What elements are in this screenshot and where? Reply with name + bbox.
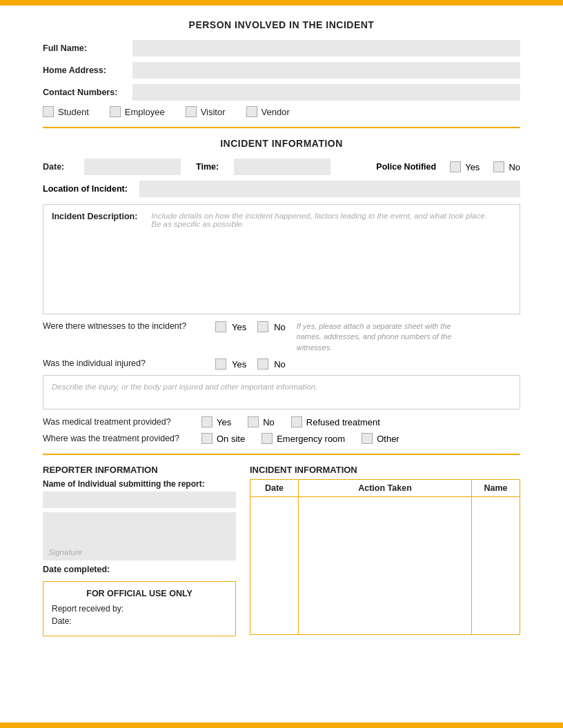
- medical-yes-group: Yes: [201, 416, 231, 427]
- location-input[interactable]: [139, 181, 520, 197]
- refused-checkbox[interactable]: [291, 416, 302, 427]
- police-yes-group: Yes: [450, 161, 480, 172]
- location-label: Location of Incident:: [43, 184, 139, 194]
- contact-label: Contact Numbers:: [43, 88, 132, 97]
- medical-row: Was medical treatment provided? Yes No R…: [43, 416, 520, 427]
- police-yes-label: Yes: [465, 162, 480, 172]
- witnesses-row: Were there witnesses to the incident? Ye…: [43, 321, 520, 353]
- section-divider-1: [43, 127, 520, 128]
- medical-yes-checkbox[interactable]: [201, 416, 213, 427]
- other-label: Other: [377, 434, 399, 444]
- action-taken-cell[interactable]: [299, 497, 472, 635]
- incident-action-title: INCIDENT INFORMATION: [250, 465, 520, 475]
- description-hint: Include details on how the incident happ…: [151, 212, 487, 228]
- medical-label: Was medical treatment provided?: [43, 417, 195, 427]
- employee-checkbox[interactable]: [110, 106, 121, 117]
- police-yes-checkbox[interactable]: [450, 161, 461, 172]
- witnesses-no-group: No: [257, 321, 286, 332]
- incident-action-section: INCIDENT INFORMATION Date Action Taken N…: [250, 465, 520, 636]
- emergency-room-checkbox[interactable]: [261, 433, 273, 444]
- injured-no-checkbox[interactable]: [257, 358, 268, 370]
- student-checkbox[interactable]: [43, 106, 54, 117]
- injury-box: Describe the injury, or the body part in…: [43, 375, 520, 410]
- treatment-location-row: Where was the treatment provided? On sit…: [43, 433, 520, 444]
- police-notified-label: Police Notified: [376, 162, 436, 172]
- vendor-checkbox-item[interactable]: Vendor: [246, 106, 290, 117]
- injured-label: Was the individual injured?: [43, 358, 215, 368]
- person-section-title: PERSON INVOLVED IN THE INCIDENT: [43, 19, 520, 30]
- fullname-label: Full Name:: [43, 43, 132, 53]
- student-checkbox-item[interactable]: Student: [43, 106, 89, 117]
- official-box: FOR OFFICIAL USE ONLY Report received by…: [43, 581, 236, 636]
- action-date-cell[interactable]: [250, 497, 299, 635]
- action-table-date-header: Date: [250, 480, 299, 497]
- injured-yes-checkbox[interactable]: [215, 358, 226, 370]
- date-completed-label: Date completed:: [43, 565, 110, 574]
- injured-no-label: No: [274, 359, 286, 370]
- visitor-checkbox[interactable]: [186, 106, 197, 117]
- police-no-checkbox[interactable]: [493, 161, 504, 172]
- bottom-bar: [0, 722, 563, 728]
- official-date-label: Date:: [52, 616, 72, 626]
- injured-no-group: No: [257, 358, 286, 370]
- action-name-cell[interactable]: [472, 497, 520, 635]
- medical-no-label: No: [263, 417, 275, 427]
- refused-label: Refused treatment: [306, 417, 380, 427]
- description-box: Incident Description: Include details on…: [43, 204, 520, 314]
- reporter-name-input[interactable]: [43, 492, 236, 508]
- fullname-row: Full Name:: [43, 40, 520, 57]
- reporter-section: REPORTER INFORMATION Name of Individual …: [43, 465, 236, 636]
- employee-label: Employee: [125, 107, 165, 117]
- injured-row: Was the individual injured? Yes No: [43, 358, 520, 370]
- medical-no-group: No: [248, 416, 275, 427]
- medical-yes-label: Yes: [217, 417, 231, 427]
- witnesses-yes-label: Yes: [232, 322, 246, 332]
- reporter-title: REPORTER INFORMATION: [43, 465, 236, 475]
- fullname-input[interactable]: [132, 40, 520, 57]
- report-received-row: Report received by:: [52, 604, 227, 614]
- visitor-label: Visitor: [201, 107, 226, 117]
- police-no-group: No: [493, 161, 520, 172]
- homeaddress-input[interactable]: [132, 62, 520, 79]
- contact-input[interactable]: [132, 84, 520, 101]
- treatment-location-label: Where was the treatment provided?: [43, 434, 195, 443]
- vendor-checkbox[interactable]: [246, 106, 257, 117]
- official-date-row: Date:: [52, 616, 227, 626]
- refused-group: Refused treatment: [291, 416, 380, 427]
- employee-checkbox-item[interactable]: Employee: [110, 106, 165, 117]
- top-bar: [0, 0, 563, 6]
- witnesses-no-label: No: [274, 322, 286, 332]
- injury-hint: Describe the injury, or the body part in…: [52, 383, 317, 391]
- witnesses-yes-checkbox[interactable]: [215, 321, 226, 332]
- onsite-group: On site: [201, 433, 245, 444]
- injured-yes-label: Yes: [232, 359, 246, 370]
- incident-section-title: INCIDENT INFORMATION: [43, 138, 520, 149]
- reporter-name-label: Name of Individual submitting the report…: [43, 479, 236, 489]
- medical-no-checkbox[interactable]: [248, 416, 259, 427]
- witnesses-yes-group: Yes: [215, 321, 246, 332]
- location-row: Location of Incident:: [43, 181, 520, 197]
- onsite-checkbox[interactable]: [201, 433, 213, 444]
- emergency-room-label: Emergency room: [277, 434, 345, 444]
- official-title: FOR OFFICIAL USE ONLY: [52, 589, 227, 598]
- other-checkbox[interactable]: [362, 433, 373, 444]
- emergency-room-group: Emergency room: [261, 433, 345, 444]
- time-label: Time:: [196, 162, 227, 172]
- signature-box: Signature: [43, 512, 236, 560]
- bottom-sections: REPORTER INFORMATION Name of Individual …: [43, 465, 520, 636]
- signature-label: Signature: [48, 548, 82, 556]
- contact-row: Contact Numbers:: [43, 84, 520, 101]
- action-table-action-header: Action Taken: [299, 480, 472, 497]
- police-no-label: No: [508, 162, 520, 172]
- action-table-name-header: Name: [472, 480, 520, 497]
- section-divider-2: [43, 454, 520, 455]
- description-title: Incident Description:: [52, 212, 137, 221]
- witnesses-note: If yes, please attach a separate sheet w…: [297, 321, 469, 353]
- injured-yes-group: Yes: [215, 358, 246, 370]
- date-input[interactable]: [84, 159, 181, 175]
- witnesses-no-checkbox[interactable]: [257, 321, 268, 332]
- student-label: Student: [58, 107, 89, 117]
- person-type-group: Student Employee Visitor Vendor: [43, 106, 520, 117]
- visitor-checkbox-item[interactable]: Visitor: [186, 106, 226, 117]
- time-input[interactable]: [234, 159, 330, 175]
